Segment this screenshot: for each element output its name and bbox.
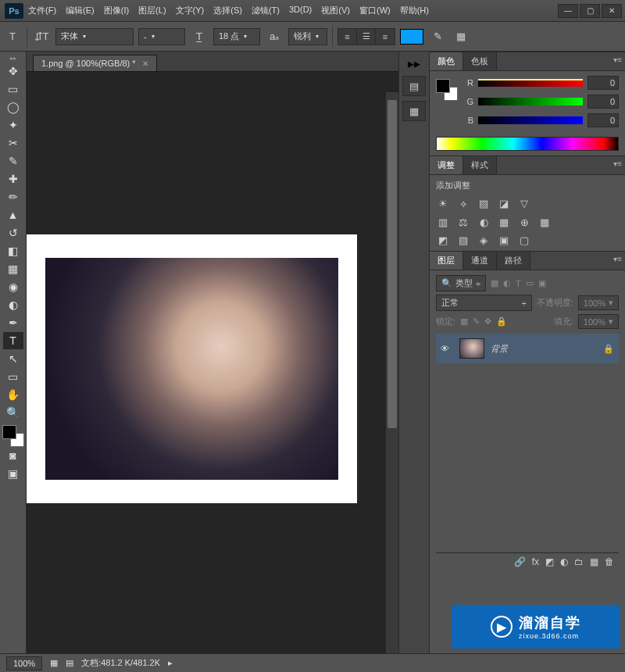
menu-edit[interactable]: 编辑(E): [66, 5, 95, 16]
tab-layers[interactable]: 图层: [430, 252, 463, 270]
dodge-tool[interactable]: ◐: [3, 296, 23, 313]
foreground-swatch[interactable]: [2, 425, 16, 439]
eraser-tool[interactable]: ◧: [3, 242, 23, 259]
filter-type-icon[interactable]: T: [516, 279, 521, 288]
tab-swatches[interactable]: 色板: [463, 52, 497, 70]
scroll-thumb[interactable]: [388, 100, 397, 428]
type-tool[interactable]: T: [3, 332, 23, 349]
history-brush-tool[interactable]: ↺: [3, 224, 23, 241]
filter-shape-icon[interactable]: ▭: [526, 278, 534, 288]
shape-tool[interactable]: ▭: [3, 368, 23, 385]
opacity-input[interactable]: 100% ▾: [578, 295, 619, 310]
layer-name[interactable]: 背景: [491, 343, 597, 355]
filter-smart-icon[interactable]: ▣: [538, 278, 546, 288]
pen-tool[interactable]: ✒: [3, 314, 23, 331]
layer-thumbnail[interactable]: [459, 338, 484, 359]
b-slider[interactable]: [478, 116, 583, 124]
minimize-button[interactable]: —: [558, 4, 578, 18]
panel-menu-icon[interactable]: ▾≡: [613, 159, 622, 168]
brightness-icon[interactable]: ☀: [436, 198, 450, 210]
vibrance-icon[interactable]: ▽: [517, 198, 531, 210]
zoom-level[interactable]: 100%: [6, 656, 42, 670]
menu-filter[interactable]: 滤镜(T): [252, 5, 280, 16]
move-tool[interactable]: ✥: [3, 63, 23, 80]
layer-fx-icon[interactable]: fx: [532, 556, 539, 567]
layer-row[interactable]: 👁 背景 🔒: [436, 334, 619, 363]
canvas-viewport[interactable]: [27, 72, 398, 653]
selective-color-icon[interactable]: ▢: [517, 234, 531, 246]
curves-icon[interactable]: ▨: [477, 198, 491, 210]
menu-3d[interactable]: 3D(D): [289, 5, 312, 16]
gradient-map-icon[interactable]: ▣: [497, 234, 511, 246]
align-right-button[interactable]: ≡: [376, 29, 395, 45]
blend-mode-dropdown[interactable]: 正常 ÷: [436, 295, 532, 311]
filter-adjust-icon[interactable]: ◐: [503, 278, 511, 288]
lock-transparent-icon[interactable]: ▩: [460, 316, 468, 327]
menu-image[interactable]: 图像(I): [104, 5, 129, 16]
align-center-button[interactable]: ☰: [357, 29, 376, 45]
history-panel-button[interactable]: ▤: [402, 76, 426, 96]
clone-stamp-tool[interactable]: ▲: [3, 206, 23, 223]
b-value-input[interactable]: 0: [588, 113, 619, 127]
properties-panel-button[interactable]: ▦: [402, 101, 426, 121]
close-button[interactable]: ✕: [602, 4, 622, 18]
document-tab[interactable]: 1.png @ 100%(RGB/8) * ✕: [33, 55, 157, 71]
panel-menu-icon[interactable]: ▾≡: [613, 255, 622, 263]
hand-tool[interactable]: ✋: [3, 386, 23, 403]
layer-filter-kind-dropdown[interactable]: 🔍 类型 ÷: [436, 275, 486, 291]
marquee-tool[interactable]: ▭: [3, 80, 23, 98]
status-menu-icon[interactable]: ▸: [168, 658, 173, 668]
color-balance-icon[interactable]: ⚖: [456, 216, 470, 228]
blur-tool[interactable]: ◉: [3, 278, 23, 295]
spectrum-ramp[interactable]: [436, 137, 619, 151]
bw-icon[interactable]: ◐: [477, 216, 491, 228]
g-value-input[interactable]: 0: [588, 95, 619, 109]
invert-icon[interactable]: ◩: [436, 234, 450, 246]
posterize-icon[interactable]: ▨: [456, 234, 470, 246]
menu-window[interactable]: 窗口(W): [359, 5, 391, 16]
text-orientation-button[interactable]: ⇵T: [32, 27, 51, 46]
new-fill-adjust-icon[interactable]: ◐: [560, 556, 568, 567]
delete-layer-icon[interactable]: 🗑: [605, 556, 614, 567]
eyedropper-tool[interactable]: ✎: [3, 152, 23, 170]
panel-menu-icon[interactable]: ▾≡: [613, 55, 622, 64]
panel-color-swatches[interactable]: [436, 76, 458, 132]
magic-wand-tool[interactable]: ✦: [3, 116, 23, 134]
tab-adjustments[interactable]: 调整: [430, 156, 463, 174]
tab-styles[interactable]: 样式: [463, 156, 497, 174]
close-tab-icon[interactable]: ✕: [142, 59, 148, 68]
brush-tool[interactable]: ✏: [3, 188, 23, 206]
canvas-document[interactable]: [27, 234, 357, 503]
crop-tool[interactable]: ✂: [3, 134, 23, 152]
color-lookup-icon[interactable]: ▦: [538, 216, 552, 228]
lock-position-icon[interactable]: ✥: [484, 316, 491, 327]
path-selection-tool[interactable]: ↖: [3, 350, 23, 367]
character-panel-button[interactable]: ▦: [452, 27, 470, 46]
fill-input[interactable]: 100% ▾: [578, 314, 619, 329]
mini-bridge-icon[interactable]: ▦: [50, 658, 58, 668]
layer-mask-icon[interactable]: ◩: [545, 556, 554, 567]
menu-type[interactable]: 文字(Y): [176, 5, 205, 16]
stack-handle-icon[interactable]: ▸▸: [408, 56, 420, 71]
lock-image-icon[interactable]: ✎: [473, 316, 480, 327]
exposure-icon[interactable]: ◪: [497, 198, 511, 210]
filter-pixel-icon[interactable]: ▩: [491, 278, 498, 288]
new-group-icon[interactable]: 🗀: [574, 556, 584, 567]
menu-file[interactable]: 文件(F): [28, 5, 56, 16]
font-family-dropdown[interactable]: 宋体▾: [55, 28, 134, 45]
menu-view[interactable]: 视图(V): [321, 5, 350, 16]
levels-icon[interactable]: ⟡: [456, 198, 470, 210]
color-swatches[interactable]: [2, 425, 24, 447]
threshold-icon[interactable]: ◈: [477, 234, 491, 246]
gradient-tool[interactable]: ▦: [3, 260, 23, 277]
menu-layer[interactable]: 图层(L): [138, 5, 166, 16]
r-slider[interactable]: [478, 79, 583, 87]
toolbar-handle-icon[interactable]: ▸▸: [0, 55, 27, 63]
warp-text-button[interactable]: ✎: [428, 27, 447, 46]
lock-all-icon[interactable]: 🔒: [496, 316, 507, 327]
channel-mixer-icon[interactable]: ⊕: [517, 216, 531, 228]
tab-paths[interactable]: 路径: [497, 252, 530, 270]
zoom-tool[interactable]: 🔍: [3, 404, 23, 421]
antialias-dropdown[interactable]: 锐利▾: [288, 28, 327, 45]
link-layers-icon[interactable]: 🔗: [514, 556, 526, 567]
